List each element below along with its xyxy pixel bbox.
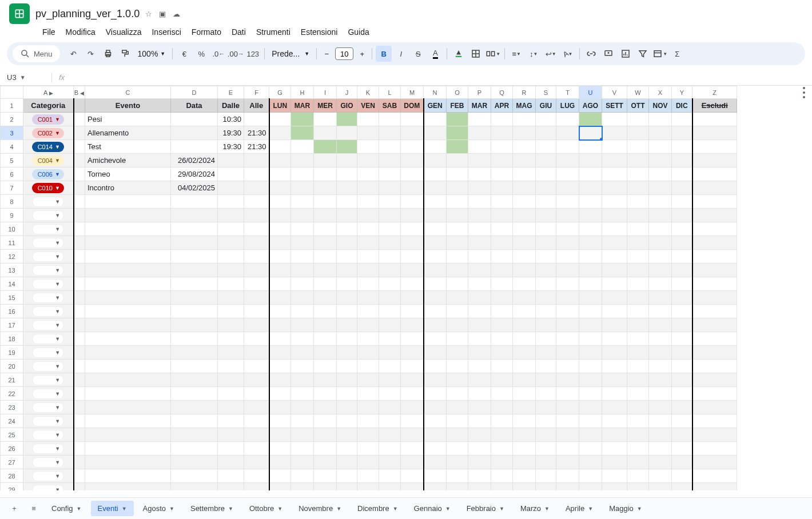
cell-U8[interactable] [579,195,602,209]
cell-M13[interactable] [401,264,424,277]
cell-I16[interactable] [314,305,337,318]
cell-Q27[interactable] [491,456,513,469]
cell-E22[interactable] [218,387,244,401]
cell-T12[interactable] [556,250,579,264]
cell-B7[interactable] [74,181,85,195]
cell-X9[interactable] [649,209,672,222]
cell-H22[interactable] [291,387,314,401]
cell-S29[interactable] [536,483,556,491]
cell-X15[interactable] [649,291,672,305]
cell-T18[interactable] [556,332,579,346]
cell-A18[interactable]: ▼ [23,332,74,346]
cell-A24[interactable]: ▼ [23,414,74,428]
cell-Q22[interactable] [491,387,513,401]
cell-A27[interactable]: ▼ [23,456,74,469]
row-header-5[interactable]: 5 [1,154,23,167]
cell-C8[interactable] [85,195,171,209]
cell-U20[interactable] [579,360,602,373]
cell-T15[interactable] [556,291,579,305]
cell-E21[interactable] [218,373,244,387]
cell-D28[interactable] [171,469,218,483]
cell-D16[interactable] [171,305,218,318]
cell-F26[interactable] [244,442,269,456]
cell-D6[interactable]: 29/08/2024 [171,167,218,181]
cell-N2[interactable] [424,113,447,126]
cell-W12[interactable] [627,250,649,264]
cell-X23[interactable] [649,401,672,414]
cell-K26[interactable] [357,442,379,456]
cell-M23[interactable] [401,401,424,414]
cell-T21[interactable] [556,373,579,387]
cell-L8[interactable] [379,195,401,209]
cell-A19[interactable]: ▼ [23,346,74,360]
cell-F11[interactable] [244,236,269,250]
cell-B23[interactable] [74,401,85,414]
cell-Q14[interactable] [491,277,513,291]
header-escludi[interactable]: Escludi [692,99,737,113]
cell-I3[interactable] [314,126,337,140]
cell-V16[interactable] [602,305,627,318]
cell-T9[interactable] [556,209,579,222]
cell-N21[interactable] [424,373,447,387]
cell-X14[interactable] [649,277,672,291]
cell-K29[interactable] [357,483,379,491]
menu-modifica[interactable]: Modifica [61,25,100,39]
cell-Z20[interactable] [692,360,737,373]
cell-W21[interactable] [627,373,649,387]
category-chip-empty[interactable]: ▼ [32,265,64,276]
cell-C14[interactable] [85,277,171,291]
cell-Q16[interactable] [491,305,513,318]
more-formats-button[interactable]: 123 [245,46,261,62]
cell-G12[interactable] [269,250,291,264]
cell-X16[interactable] [649,305,672,318]
col-header-U[interactable]: U [579,86,602,99]
cell-R19[interactable] [513,346,536,360]
cell-G6[interactable] [269,167,291,181]
cell-A14[interactable]: ▼ [23,277,74,291]
cell-W6[interactable] [627,167,649,181]
cell-A29[interactable]: ▼ [23,483,74,491]
cell-N11[interactable] [424,236,447,250]
cell-E23[interactable] [218,401,244,414]
cell-Z26[interactable] [692,442,737,456]
header-evento[interactable]: Evento [85,99,171,113]
cell-Q10[interactable] [491,222,513,236]
cell-Q5[interactable] [491,154,513,167]
header-day-lun[interactable]: LUN [269,99,291,113]
category-chip-empty[interactable]: ▼ [32,457,64,468]
cell-D20[interactable] [171,360,218,373]
bold-button[interactable]: B [376,46,392,62]
cell-Y16[interactable] [672,305,692,318]
cell-S16[interactable] [536,305,556,318]
cell-Z25[interactable] [692,428,737,442]
cell-T2[interactable] [556,113,579,126]
cell-H15[interactable] [291,291,314,305]
header-day-ven[interactable]: VEN [357,99,379,113]
header-categoria[interactable]: Categoria [23,99,74,113]
cell-D27[interactable] [171,456,218,469]
header-day-mer[interactable]: MER [314,99,337,113]
cell-O14[interactable] [447,277,468,291]
cell-T7[interactable] [556,181,579,195]
cell-E18[interactable] [218,332,244,346]
cell-C16[interactable] [85,305,171,318]
cell-P17[interactable] [468,318,491,332]
col-header-D[interactable]: D [171,86,218,99]
cell-J12[interactable] [337,250,357,264]
col-header-Q[interactable]: Q [491,86,513,99]
cell-Y7[interactable] [672,181,692,195]
cell-K24[interactable] [357,414,379,428]
cell-G4[interactable] [269,140,291,154]
cell-Q7[interactable] [491,181,513,195]
category-chip-C002[interactable]: C002 ▼ [32,128,64,138]
cell-K19[interactable] [357,346,379,360]
cell-K12[interactable] [357,250,379,264]
cell-S22[interactable] [536,387,556,401]
cell-C21[interactable] [85,373,171,387]
cell-V18[interactable] [602,332,627,346]
row-header-15[interactable]: 15 [1,291,23,305]
cell-J26[interactable] [337,442,357,456]
cell-Z15[interactable] [692,291,737,305]
row-header-9[interactable]: 9 [1,209,23,222]
cell-P10[interactable] [468,222,491,236]
